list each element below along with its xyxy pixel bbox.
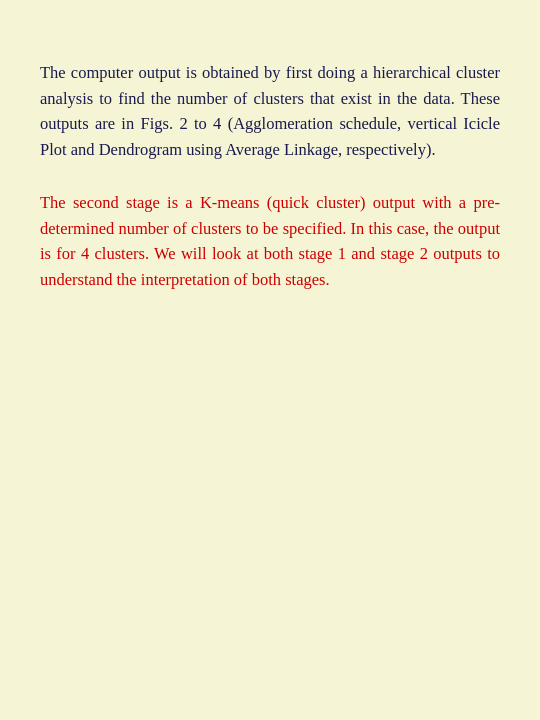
paragraph-1: The computer output is obtained by first… [40,60,500,162]
page: The computer output is obtained by first… [0,0,540,720]
paragraph-2: The second stage is a K-means (quick clu… [40,190,500,292]
